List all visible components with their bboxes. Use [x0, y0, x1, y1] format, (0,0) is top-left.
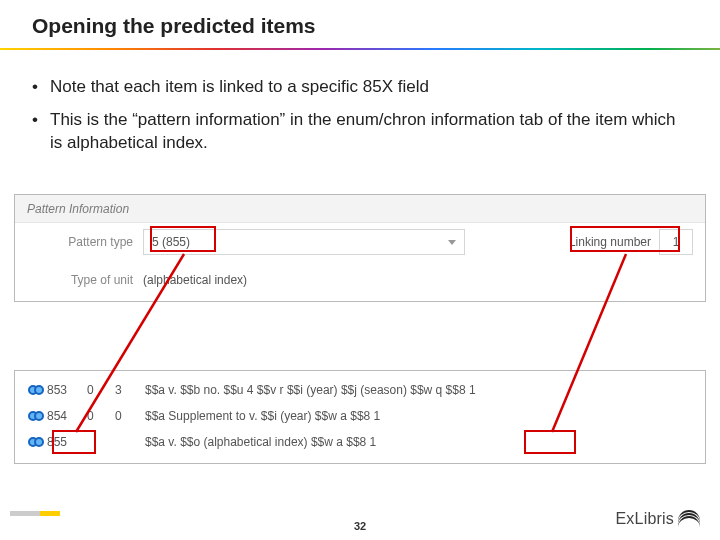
exlibris-logo: ExLibris [615, 510, 700, 528]
binoculars-icon[interactable] [25, 435, 47, 450]
title-underline [0, 48, 720, 50]
chevron-down-icon [448, 240, 456, 245]
marc-ind1: 0 [87, 383, 115, 397]
marc-tag: 853 [47, 383, 87, 397]
panel-header: Pattern Information [15, 195, 705, 223]
page-number: 32 [354, 520, 366, 532]
marc-row: 853 0 3 $$a v. $$b no. $$u 4 $$v r $$i (… [25, 377, 695, 403]
bullet-item: This is the “pattern information” in the… [32, 109, 688, 155]
bullet-item: Note that each item is linked to a speci… [32, 76, 688, 99]
marc-ind2: 0 [115, 409, 145, 423]
marc-ind2: 3 [115, 383, 145, 397]
marc-subfields: $$a v. $$o (alphabetical index) $$w a $$… [145, 435, 695, 449]
marc-subfields: $$a v. $$b no. $$u 4 $$v r $$i (year) $$… [145, 383, 695, 397]
highlight-box [52, 430, 96, 454]
bullet-list: Note that each item is linked to a speci… [32, 76, 688, 165]
marc-tag: 854 [47, 409, 87, 423]
highlight-box [150, 226, 216, 252]
binoculars-icon[interactable] [25, 409, 47, 424]
pattern-type-label: Pattern type [15, 235, 143, 249]
marc-row: 854 0 0 $$a Supplement to v. $$i (year) … [25, 403, 695, 429]
marc-ind1: 0 [87, 409, 115, 423]
logo-text: ExLibris [615, 510, 674, 528]
page-progress-bar [10, 511, 60, 516]
binoculars-icon[interactable] [25, 383, 47, 398]
logo-arc-icon [678, 510, 700, 528]
highlight-box [570, 226, 680, 252]
slide-title: Opening the predicted items [32, 14, 316, 38]
marc-fields-panel: 853 0 3 $$a v. $$b no. $$u 4 $$v r $$i (… [14, 370, 706, 464]
marc-subfields: $$a Supplement to v. $$i (year) $$w a $$… [145, 409, 695, 423]
type-of-unit-value: (alphabetical index) [143, 273, 247, 287]
marc-row: 855 $$a v. $$o (alphabetical index) $$w … [25, 429, 695, 455]
type-of-unit-label: Type of unit [15, 273, 143, 287]
highlight-box [524, 430, 576, 454]
